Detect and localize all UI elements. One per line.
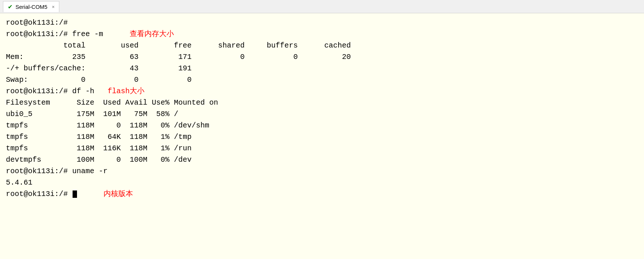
terminal-line: root@ok113i:/# free -m 查看内存大小: [6, 28, 638, 40]
serial-tab[interactable]: ✔ Serial-COM5 ×: [3, 1, 59, 12]
terminal-line: ubi0_5 175M 101M 75M 58% /: [6, 108, 638, 120]
terminal-line: tmpfs 118M 116K 118M 1% /run: [6, 143, 638, 154]
terminal-line: root@ok113i:/#: [6, 17, 638, 28]
terminal-line: -/+ buffers/cache: 43 191: [6, 63, 638, 74]
annotation-kernel: 内核版本: [104, 190, 133, 198]
terminal-line: 5.4.61: [6, 177, 638, 188]
terminal-cursor: [73, 190, 77, 198]
terminal-line: tmpfs 118M 0 118M 0% /dev/shm: [6, 120, 638, 131]
terminal-line: Mem: 235 63 171 0 0 20: [6, 51, 638, 63]
terminal-line: total used free shared buffers cached: [6, 40, 638, 51]
terminal-line: Filesystem Size Used Avail Use% Mounted …: [6, 97, 638, 108]
terminal-area: root@ok113i:/# root@ok113i:/# free -m 查看…: [0, 13, 644, 259]
terminal-line: root@ok113i:/# 内核版本: [6, 188, 638, 200]
title-bar: ✔ Serial-COM5 ×: [0, 0, 644, 13]
annotation-memory: 查看内存大小: [130, 30, 174, 38]
annotation-flash: flash大小: [108, 87, 144, 95]
terminal-line: Swap: 0 0 0: [6, 74, 638, 85]
terminal-line: devtmpfs 100M 0 100M 0% /dev: [6, 154, 638, 165]
terminal-line: tmpfs 118M 64K 118M 1% /tmp: [6, 131, 638, 143]
terminal-line: root@ok113i:/# uname -r: [6, 165, 638, 177]
tab-close-button[interactable]: ×: [52, 4, 55, 10]
tab-check-icon: ✔: [8, 3, 13, 10]
tab-label: Serial-COM5: [15, 4, 48, 10]
terminal-line: root@ok113i:/# df -h flash大小: [6, 85, 638, 97]
